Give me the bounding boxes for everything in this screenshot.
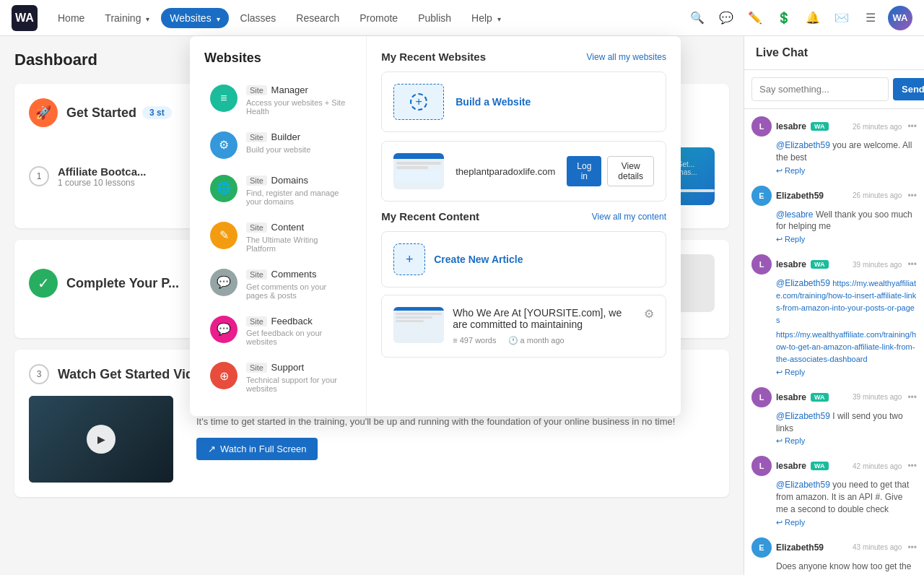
dropdown-left-menu: Websites ≡ Site Manager Access your webs…	[190, 36, 367, 416]
chat-username: Elizabeth59	[776, 191, 824, 201]
dollar-icon[interactable]: 💲	[772, 7, 796, 30]
existing-article-card: Who We Are At [YOURSITE.com], we are com…	[381, 295, 666, 358]
site-content-icon: ✎	[210, 222, 237, 249]
menu-item-text: Site Feedback Get feedback on your websi…	[246, 316, 346, 347]
step-number: 1	[29, 166, 49, 186]
site-support-icon: ⊕	[210, 362, 237, 389]
chat-message-1: L lesabre WA 26 minutes ago ••• @Elizabe…	[751, 116, 917, 176]
menu-icon[interactable]: ☰	[859, 7, 882, 30]
build-website-card[interactable]: + Build a Website	[381, 72, 666, 132]
create-article-card[interactable]: + Create New Article	[381, 231, 666, 288]
menu-item-text: Site Manager Access your websites + Site…	[246, 85, 346, 116]
watch-fullscreen-button[interactable]: ↗ Watch in Full Screen	[196, 438, 318, 460]
more-options-icon[interactable]: •••	[907, 121, 917, 131]
nav-links: Home Training ▾ Websites ▾ Classes Resea…	[49, 8, 686, 28]
chat-message-6: E Elizabeth59 43 minutes ago ••• Does an…	[751, 537, 917, 575]
website-actions: Log in View details	[567, 156, 654, 186]
reply-button[interactable]: ↩ Reply	[776, 235, 917, 244]
menu-item-label: Site Content	[246, 222, 346, 234]
article-thumbnail	[393, 307, 444, 343]
chat-input-area: Send	[744, 70, 924, 109]
website-name: theplantparadoxlife.com	[456, 166, 555, 177]
rocket-icon: 🚀	[29, 98, 58, 127]
recent-content-header: My Recent Content View all my content	[381, 210, 666, 222]
view-details-button[interactable]: View details	[607, 156, 654, 186]
menu-item-text: Site Builder Build your website	[246, 131, 346, 154]
article-title: Who We Are At [YOURSITE.com], we are com…	[453, 307, 635, 330]
chat-bubble-icon[interactable]: 💬	[715, 7, 738, 30]
bell-icon[interactable]: 🔔	[801, 7, 824, 30]
chevron-down-icon: ▾	[146, 15, 149, 23]
pencil-icon[interactable]: ✏️	[744, 7, 767, 30]
plus-icon: +	[410, 93, 427, 111]
chat-msg-header: E Elizabeth59 26 minutes ago •••	[751, 186, 917, 206]
search-icon[interactable]: 🔍	[686, 7, 709, 30]
more-options-icon[interactable]: •••	[907, 392, 917, 402]
build-website-label: Build a Website	[456, 96, 531, 108]
more-options-icon[interactable]: •••	[907, 461, 917, 471]
user-avatar[interactable]: WA	[888, 6, 912, 30]
chevron-down-icon: ▾	[497, 15, 501, 23]
chat-text: @Elizabeth59 I will send you two links	[776, 410, 917, 435]
nav-websites[interactable]: Websites ▾	[161, 8, 228, 28]
nav-classes[interactable]: Classes	[232, 8, 285, 28]
nav-research[interactable]: Research	[287, 8, 348, 28]
menu-item-label: Site Domains	[246, 175, 346, 187]
menu-item-comments[interactable]: 💬 Site Comments Get comments on your pag…	[204, 261, 352, 307]
menu-item-builder[interactable]: ⚙ Site Builder Build your website	[204, 124, 352, 166]
menu-item-label: Site Builder	[246, 131, 346, 144]
reply-button[interactable]: ↩ Reply	[776, 436, 917, 446]
avatar-elizabeth: E	[751, 186, 772, 206]
menu-item-manager[interactable]: ≡ Site Manager Access your websites + Si…	[204, 77, 352, 123]
site-logo[interactable]: WA	[12, 5, 38, 31]
avatar-elizabeth: E	[751, 537, 772, 558]
more-options-icon[interactable]: •••	[907, 191, 917, 201]
bootcamp-text: Affiliate Bootca... 1 course 10 lessons	[58, 165, 147, 188]
reply-button[interactable]: ↩ Reply	[776, 368, 917, 377]
more-options-icon[interactable]: •••	[907, 259, 917, 269]
nav-training[interactable]: Training ▾	[96, 8, 158, 28]
site-comments-icon: 💬	[210, 269, 237, 296]
menu-item-text: Site Comments Get comments on your pages…	[246, 269, 346, 300]
menu-item-label: Site Manager	[246, 85, 346, 97]
chat-send-button[interactable]: Send	[893, 78, 924, 100]
site-feedback-icon: 💬	[210, 316, 237, 343]
mail-icon[interactable]: ✉️	[830, 7, 853, 30]
menu-item-content[interactable]: ✎ Site Content The Ultimate Writing Plat…	[204, 215, 352, 260]
article-details: Who We Are At [YOURSITE.com], we are com…	[453, 307, 635, 345]
avatar-lesabre: L	[751, 116, 772, 137]
menu-item-label: Site Feedback	[246, 316, 346, 328]
word-count: ≡ 497 words	[453, 336, 496, 345]
video-thumbnail: ▶	[29, 396, 173, 483]
view-all-websites-link[interactable]: View all my websites	[587, 52, 666, 62]
top-navigation: WA Home Training ▾ Websites ▾ Classes Re…	[0, 0, 924, 36]
menu-item-text: Site Content The Ultimate Writing Platfo…	[246, 222, 346, 253]
reply-button[interactable]: ↩ Reply	[776, 166, 917, 176]
article-settings-button[interactable]: ⚙	[644, 307, 654, 321]
play-button[interactable]: ▶	[87, 425, 116, 454]
chat-username: Elizabeth59	[776, 542, 824, 553]
nav-promote[interactable]: Promote	[351, 8, 406, 28]
chat-header: Live Chat	[744, 36, 924, 70]
wa-badge: WA	[811, 122, 829, 131]
reply-button[interactable]: ↩ Reply	[776, 518, 917, 527]
nav-help[interactable]: Help ▾	[463, 8, 510, 28]
create-article-icon: +	[393, 243, 425, 275]
chat-time: 26 minutes ago	[853, 191, 902, 199]
nav-home[interactable]: Home	[49, 8, 93, 28]
login-button[interactable]: Log in	[567, 156, 601, 186]
nav-publish[interactable]: Publish	[409, 8, 460, 28]
chat-input[interactable]	[751, 77, 889, 101]
chat-msg-header: L lesabre WA 26 minutes ago •••	[751, 116, 917, 137]
view-all-content-link[interactable]: View all my content	[592, 212, 666, 222]
more-options-icon[interactable]: •••	[907, 542, 917, 553]
menu-item-desc: Build your website	[246, 145, 346, 154]
menu-item-feedback[interactable]: 💬 Site Feedback Get feedback on your web…	[204, 308, 352, 354]
watch-video-title: Watch Get Started Video	[58, 367, 209, 382]
wa-badge: WA	[811, 462, 829, 470]
menu-item-support[interactable]: ⊕ Site Support Technical support for you…	[204, 355, 352, 400]
menu-item-domains[interactable]: 🌐 Site Domains Find, register and manage…	[204, 168, 352, 213]
chat-message-5: L lesabre WA 42 minutes ago ••• @Elizabe…	[751, 456, 917, 527]
chat-msg-header: L lesabre WA 39 minutes ago •••	[751, 387, 917, 407]
complete-profile-title: Complete Your P...	[66, 276, 179, 290]
